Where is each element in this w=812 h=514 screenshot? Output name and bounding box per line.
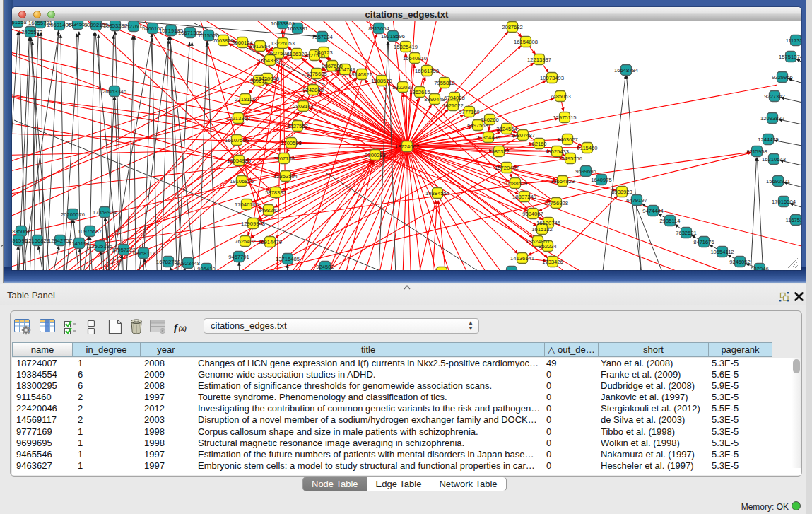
svg-text:(x): (x): [179, 325, 187, 333]
svg-text:1167534: 1167534: [786, 217, 802, 223]
svg-text:7625402: 7625402: [235, 238, 256, 245]
svg-text:1733426: 1733426: [542, 259, 563, 265]
svg-text:3267130: 3267130: [273, 156, 295, 162]
svg-text:12353594: 12353594: [273, 173, 298, 180]
svg-text:924502: 924502: [316, 264, 334, 270]
svg-text:1117358: 1117358: [786, 37, 801, 44]
svg-text:16914479: 16914479: [258, 239, 282, 245]
svg-text:1362615: 1362615: [409, 89, 430, 95]
svg-text:12923448: 12923448: [176, 260, 200, 267]
svg-text:906410: 906410: [197, 266, 215, 270]
svg-text:17016504: 17016504: [772, 199, 796, 205]
svg-text:9463627: 9463627: [557, 136, 578, 143]
svg-text:16154808: 16154808: [514, 39, 538, 45]
svg-text:13716485: 13716485: [276, 256, 300, 262]
svg-text:13654923: 13654923: [551, 178, 575, 185]
svg-text:1640975: 1640975: [591, 177, 612, 183]
svg-text:6497568: 6497568: [467, 122, 488, 129]
svg-text:8990448: 8990448: [424, 96, 445, 103]
svg-text:989612: 989612: [249, 78, 267, 84]
svg-text:7663822: 7663822: [213, 37, 234, 44]
svg-text:6479197: 6479197: [626, 197, 647, 204]
svg-text:18807249: 18807249: [512, 194, 536, 200]
svg-text:15692971: 15692971: [766, 178, 790, 185]
svg-text:9329966: 9329966: [772, 74, 793, 81]
svg-text:252254: 252254: [433, 269, 450, 270]
svg-text:746266: 746266: [481, 117, 498, 123]
svg-text:16107556: 16107556: [225, 137, 249, 144]
svg-text:10807487: 10807487: [511, 132, 535, 139]
svg-text:21364436: 21364436: [476, 134, 500, 141]
svg-text:1603381: 1603381: [287, 25, 308, 32]
svg-text:8064406: 8064406: [501, 269, 522, 270]
svg-text:7955812: 7955812: [434, 80, 455, 86]
svg-text:7986322: 7986322: [488, 148, 510, 155]
svg-text:19384554: 19384554: [425, 190, 449, 197]
svg-text:1145194: 1145194: [69, 240, 90, 247]
svg-text:1700598: 1700598: [281, 140, 302, 146]
svg-text:16640910: 16640910: [403, 55, 427, 62]
svg-text:8471676: 8471676: [693, 239, 714, 245]
svg-text:3498242: 3498242: [258, 207, 279, 214]
svg-text:10688609: 10688609: [503, 180, 527, 187]
svg-text:1615132: 1615132: [531, 226, 553, 233]
svg-text:932946: 932946: [751, 266, 768, 270]
svg-text:19054985: 19054985: [227, 158, 251, 164]
svg-text:8427552: 8427552: [287, 123, 308, 129]
svg-text:9474444: 9474444: [642, 208, 664, 214]
svg-text:9115460: 9115460: [577, 145, 598, 151]
svg-text:10025433: 10025433: [545, 148, 569, 155]
svg-text:2300283: 2300283: [365, 152, 386, 158]
svg-text:9457791: 9457791: [228, 254, 249, 260]
svg-text:8215958: 8215958: [746, 148, 767, 155]
svg-text:10654112: 10654112: [710, 249, 734, 255]
svg-text:8938923: 8938923: [611, 189, 632, 195]
svg-text:12156829: 12156829: [25, 238, 49, 244]
svg-text:18724007: 18724007: [395, 144, 419, 150]
svg-text:2087682: 2087682: [502, 24, 523, 30]
svg-text:16961758: 16961758: [415, 68, 439, 74]
svg-text:2935114: 2935114: [660, 218, 681, 224]
svg-text:6794028: 6794028: [444, 95, 465, 101]
svg-text:5878332: 5878332: [265, 189, 286, 196]
svg-text:1244415: 1244415: [758, 136, 779, 143]
svg-text:14136141: 14136141: [510, 255, 534, 262]
svg-text:17359924: 17359924: [93, 209, 117, 216]
svg-text:12093832: 12093832: [760, 115, 784, 122]
svg-text:16648784: 16648784: [614, 67, 638, 74]
svg-text:26053346: 26053346: [102, 88, 126, 95]
svg-text:12213937: 12213937: [527, 57, 551, 63]
svg-text:161558: 161558: [12, 21, 27, 25]
svg-text:15720407: 15720407: [495, 165, 519, 171]
svg-text:2718126: 2718126: [235, 96, 256, 103]
svg-text:12975115: 12975115: [553, 115, 576, 121]
svg-text:12213363: 12213363: [226, 115, 250, 122]
svg-text:2803144: 2803144: [293, 103, 314, 110]
svg-text:12909948: 12909948: [241, 221, 265, 227]
svg-text:5875685: 5875685: [306, 71, 327, 77]
svg-text:15325419: 15325419: [394, 44, 418, 50]
svg-text:16210643: 16210643: [762, 156, 786, 163]
svg-text:10756928: 10756928: [544, 200, 568, 206]
svg-text:10975687: 10975687: [78, 228, 102, 235]
svg-text:19106825: 19106825: [230, 178, 254, 185]
svg-text:16543382: 16543382: [258, 57, 282, 64]
svg-text:13226053: 13226053: [271, 40, 295, 47]
svg-text:1527602: 1527602: [123, 23, 144, 30]
svg-text:835061: 835061: [12, 228, 30, 235]
svg-text:8813054: 8813054: [368, 25, 389, 32]
svg-text:15495756: 15495756: [558, 156, 582, 162]
svg-text:1621022: 1621022: [442, 103, 464, 109]
svg-text:12405572: 12405572: [18, 29, 42, 35]
svg-text:16120746: 16120746: [536, 220, 560, 226]
svg-text:3624554: 3624554: [496, 126, 517, 132]
svg-text:7485063: 7485063: [550, 93, 571, 100]
svg-text:12505135: 12505135: [88, 243, 112, 250]
svg-text:7632621: 7632621: [676, 230, 697, 236]
svg-text:7357224: 7357224: [312, 34, 333, 40]
svg-text:9227342: 9227342: [764, 93, 785, 100]
svg-text:15751074: 15751074: [779, 54, 801, 60]
svg-text:9242848: 9242848: [302, 87, 324, 93]
svg-text:9146821: 9146821: [351, 71, 372, 78]
svg-text:62160: 62160: [531, 141, 546, 147]
